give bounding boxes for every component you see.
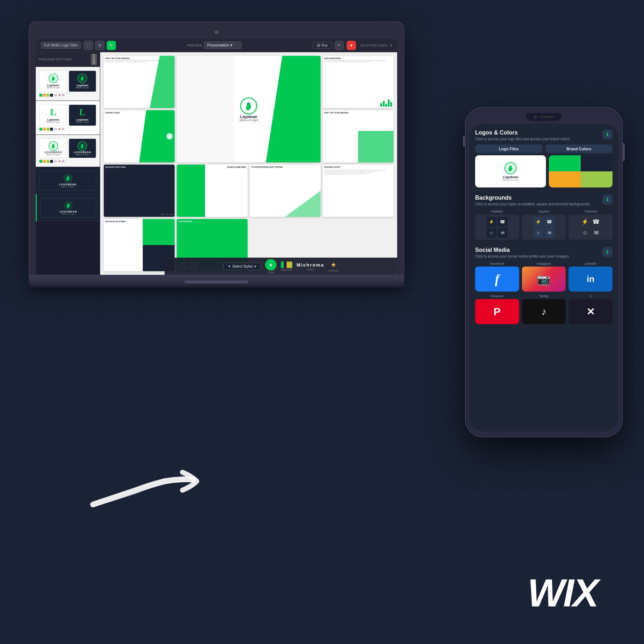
- sq-icon-1: ⚡: [533, 217, 543, 227]
- logo-variant-inner-3: LOGOBEAN Millions of Logos: [39, 138, 96, 158]
- svg-point-17: [247, 102, 250, 106]
- slide-8-title: ACHIEVE SOMETHING: [227, 166, 246, 168]
- refresh-icon-btn[interactable]: ↻: [107, 41, 116, 50]
- featured-logo-name: Logobean: [240, 115, 257, 119]
- logo-card-dark-2: L Logobean Millions of Logos: [69, 104, 97, 126]
- selected-logo-chevron[interactable]: ▾: [390, 43, 392, 47]
- copy-icon-btn[interactable]: ⧉: [95, 41, 104, 50]
- history-ctrl-2[interactable]: ⟳: [62, 127, 65, 131]
- slide-9-title: TO OPPORTUNITIES DON'T HAPPEN: [251, 166, 319, 168]
- logo-variant-2[interactable]: L Logobean Millions of Logos L Logobean …: [36, 101, 100, 135]
- edit-ctrl-2[interactable]: ✏: [54, 127, 57, 131]
- tr-icon-3: ☆: [580, 228, 590, 238]
- logo-name-1: Logobean: [47, 84, 59, 87]
- palette-green: [281, 262, 284, 268]
- phone-logo-name: Logobean: [503, 175, 518, 179]
- backgrounds-title: Backgrounds: [475, 195, 590, 201]
- square-bg-item[interactable]: Square ⚡ ☎ ☆ ✉: [522, 210, 566, 240]
- tiktok-icon: ♪: [541, 306, 546, 317]
- slide-7-sub: AND OF BIG IDEA: [161, 214, 173, 215]
- layout-star-icon: ★: [331, 261, 336, 269]
- social-item-x[interactable]: X ✕: [569, 294, 613, 324]
- featured-logo-svg: [240, 97, 258, 115]
- logo-variant-5[interactable]: LOGOBEAN Millions of Logos: [36, 194, 100, 221]
- backgrounds-section: Backgrounds Click to access your logos o…: [475, 195, 613, 240]
- buy-button[interactable]: ⏻ Buy: [313, 42, 332, 49]
- edit-ctrl[interactable]: ✏: [54, 93, 57, 97]
- social-item-linkedin[interactable]: LinkedIn in: [569, 262, 613, 292]
- padded-bg-item[interactable]: Padded ⚡ ☎ ☆ ✉: [475, 210, 519, 240]
- logo-variant-1[interactable]: Logobean Millions of Logos: [36, 67, 100, 101]
- icon-preview-svg: [268, 262, 274, 268]
- select-styles-btn[interactable]: ✦ Select Styles ▾: [223, 263, 261, 270]
- instagram-card: 📷: [522, 267, 566, 292]
- laptop-camera: [215, 30, 218, 34]
- facebook-icon: f: [495, 272, 499, 287]
- cdot-d3: [50, 160, 53, 163]
- logo-files-btn[interactable]: Logo Files: [475, 145, 542, 153]
- padded-preview: ⚡ ☎ ☆ ✉: [475, 215, 519, 240]
- palette-selector[interactable]: PALETTE: [281, 262, 292, 271]
- pinterest-label: Pinterest: [475, 294, 519, 298]
- slide-4: GRAPHIC CHART: [104, 110, 175, 162]
- layout-selector[interactable]: ★ LAYOUT: [328, 261, 338, 272]
- select-styles-chevron: ▾: [254, 264, 256, 268]
- font-selector[interactable]: Michroma FONT: [297, 262, 324, 271]
- svg-point-19: [270, 263, 272, 265]
- trimmed-preview: ⚡ ☎ ☆ ✉: [569, 215, 613, 240]
- svg-point-15: [67, 203, 69, 205]
- logo-variant-3[interactable]: LOGOBEAN Millions of Logos: [36, 135, 100, 167]
- phone-body: Logos & Colors Click to access your logo…: [465, 107, 623, 437]
- tiktok-card: ♪: [522, 299, 566, 324]
- logo-tagline-1: Millions of Logos: [47, 87, 60, 89]
- history-ctrl[interactable]: ⟳: [62, 93, 65, 97]
- heart-icon-btn[interactable]: ♥: [347, 41, 356, 50]
- brand-colors-btn[interactable]: Brand Colors: [545, 145, 613, 153]
- presentation-select[interactable]: Presentation ▾: [204, 42, 241, 49]
- social-item-pinterest[interactable]: Pinterest P: [475, 294, 519, 324]
- lc-labels-row: Logo Files Brand Colors: [475, 145, 613, 153]
- topbar-left: Full Width Logo View ⛶ ⧉ ↻: [41, 41, 116, 50]
- close-tag[interactable]: CLOSE: [91, 54, 97, 65]
- logo-variant-inner-5: LOGOBEAN Millions of Logos: [40, 198, 96, 218]
- trimmed-bg-item[interactable]: Trimmed ⚡ ☎ ☆ ✉: [569, 210, 613, 240]
- bg-icon-1: ⚡: [487, 217, 497, 227]
- square-label: Square: [522, 210, 566, 213]
- tiktok-label: TikTok: [522, 294, 566, 298]
- padded-icons-grid: ⚡ ☎ ☆ ✉: [485, 215, 509, 239]
- heart-ctrl-2[interactable]: ♥: [59, 127, 60, 131]
- history-ctrl-3[interactable]: ⟳: [62, 160, 65, 163]
- brand-colors-card[interactable]: [549, 155, 613, 187]
- notch-camera: [534, 116, 537, 118]
- social-grid: Facebook f Instagram 📷: [475, 262, 613, 324]
- cdot-l2: [47, 128, 49, 131]
- variant-controls-3: ✏ ♥ ⟳: [39, 160, 96, 163]
- linkedin-card: in: [569, 267, 613, 292]
- svg-point-22: [509, 166, 512, 168]
- logos-download-btn[interactable]: ⬇: [602, 130, 613, 140]
- view-button[interactable]: Full Width Logo View: [41, 42, 81, 49]
- backgrounds-download-btn[interactable]: ⬇: [602, 195, 613, 205]
- social-item-facebook[interactable]: Facebook f: [475, 262, 519, 292]
- icon-selector[interactable]: ICON: [265, 259, 277, 274]
- preview-label: PREVIEW: [187, 44, 202, 47]
- slide-3-title: OUR ADVANTAGES: [324, 57, 392, 59]
- logos-colors-desc: Click to access your logo files and acce…: [475, 137, 570, 142]
- logo-icon-3b: [77, 141, 87, 151]
- edit-ctrl-3[interactable]: ✏: [54, 160, 57, 163]
- heart-ctrl[interactable]: ♥: [59, 93, 60, 97]
- edit-icon-btn[interactable]: ✏: [335, 41, 344, 50]
- color-palette-2: [39, 128, 53, 131]
- social-download-btn[interactable]: ⬇: [602, 247, 613, 257]
- logo-variant-4[interactable]: LOGOBEAN Millions of Logos: [36, 167, 100, 194]
- heart-ctrl-3[interactable]: ♥: [59, 160, 60, 163]
- expand-icon-btn[interactable]: ⛶: [84, 41, 93, 50]
- social-item-tiktok[interactable]: TikTok ♪: [522, 294, 566, 324]
- social-item-instagram[interactable]: Instagram 📷: [522, 262, 566, 292]
- topbar-center: PREVIEW Presentation ▾: [187, 42, 241, 49]
- logobean-icon-dark: [77, 73, 87, 83]
- swatch-dark: [581, 155, 613, 171]
- svg-point-2: [52, 77, 54, 79]
- logo-preview-card[interactable]: Logobean Millions of Logos: [475, 155, 546, 187]
- color-palette-3: [39, 160, 53, 163]
